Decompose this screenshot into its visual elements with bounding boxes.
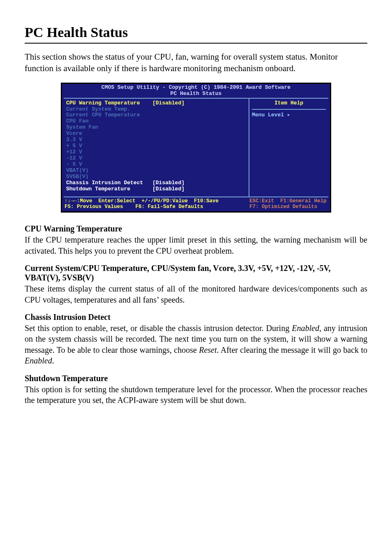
bios-setting-label: Chassis Intrusion Detect xyxy=(66,180,152,186)
bios-window: CMOS Setup Utility - Copyright (C) 1984-… xyxy=(61,83,331,213)
bios-setting-label: Current CPU Temperature xyxy=(66,112,152,118)
section-heading: Shutdown Temperature xyxy=(25,374,367,383)
bios-setting-row: Vcore xyxy=(66,131,246,137)
section-heading: Chassis Intrusion Detect xyxy=(25,312,367,322)
bios-setting-row: Current CPU Temperature xyxy=(66,112,246,118)
bios-body: CPU Warning Temperature[Disabled]Current… xyxy=(64,98,328,197)
bios-setting-row: 5VSB(V) xyxy=(66,174,246,180)
bios-setting-label: 3.3 V xyxy=(66,137,152,143)
bios-setting-row: CPU Fan xyxy=(66,118,246,125)
bios-setting-row: -12 V xyxy=(66,155,246,162)
bios-setting-value: [Disabled] xyxy=(152,180,184,186)
bios-setting-label: Shutdown Temperature xyxy=(66,186,152,192)
bios-setting-label: -12 V xyxy=(66,155,152,162)
bios-header: CMOS Setup Utility - Copyright (C) 1984-… xyxy=(62,84,330,98)
bios-header-line2: PC Health Status xyxy=(62,91,330,97)
intro-text: This section shows the status of your CP… xyxy=(25,51,367,74)
bios-setting-label: - 5 V xyxy=(66,162,152,168)
bios-setting-label: Current System Temp. xyxy=(66,106,152,113)
bios-setting-row: + 5 V xyxy=(66,143,246,149)
bios-setting-label: +12 V xyxy=(66,149,152,155)
bios-item-help-title: Item Help xyxy=(252,100,326,110)
bios-footer-left: ↑↓→←:Move Enter:Select +/-/PU/PD:Value F… xyxy=(65,198,249,210)
bios-setting-row: Shutdown Temperature[Disabled] xyxy=(66,186,246,192)
bios-setting-label: VBAT(V) xyxy=(66,168,152,174)
bios-menu-level: Menu Level ▸ xyxy=(252,112,326,118)
bios-footer-left-line1: ↑↓→←:Move Enter:Select +/-/PU/PD:Value F… xyxy=(65,198,219,204)
section-body: If the CPU temperature reaches the upper… xyxy=(25,234,367,256)
bios-setting-label: CPU Fan xyxy=(66,118,152,125)
bios-setting-row: System Fan xyxy=(66,125,246,131)
sections-container: CPU Warning TemperatureIf the CPU temper… xyxy=(25,224,367,405)
bios-header-line1: CMOS Setup Utility - Copyright (C) 1984-… xyxy=(62,85,330,91)
bios-setting-row: VBAT(V) xyxy=(66,168,246,174)
bios-setting-label: Vcore xyxy=(66,131,152,137)
section-body: Set this option to enable, reset, or dis… xyxy=(25,323,367,366)
bios-footer-left-line2: F5: Previous Values F6: Fail-Safe Defaul… xyxy=(65,204,203,210)
bios-setting-value: [Disabled] xyxy=(152,186,184,192)
section-body: This option is for setting the shutdown … xyxy=(25,384,367,406)
bios-setting-label: + 5 V xyxy=(66,143,152,149)
bios-right-pane: Item Help Menu Level ▸ xyxy=(249,99,328,197)
bios-setting-row: +12 V xyxy=(66,149,246,155)
section-body: These items display the current status o… xyxy=(25,283,367,305)
bios-setting-row: Current System Temp. xyxy=(66,106,246,113)
bios-setting-row: - 5 V xyxy=(66,162,246,168)
section-heading: Current System/CPU Temperature, CPU/Syst… xyxy=(25,264,367,282)
bios-setting-label: 5VSB(V) xyxy=(66,174,152,180)
bios-setting-row: CPU Warning Temperature[Disabled] xyxy=(66,100,246,106)
bios-screenshot: CMOS Setup Utility - Copyright (C) 1984-… xyxy=(61,83,331,213)
bios-setting-row: 3.3 V xyxy=(66,137,246,143)
bios-footer-right-line1: ESC:Exit F1:General Help xyxy=(249,198,327,204)
title-rule xyxy=(25,43,367,44)
bios-setting-label: CPU Warning Temperature xyxy=(66,100,152,106)
bios-setting-label: System Fan xyxy=(66,125,152,131)
bios-left-pane: CPU Warning Temperature[Disabled]Current… xyxy=(64,99,249,197)
bios-footer-right-line2: F7: Optimized Defaults xyxy=(249,204,317,210)
bios-setting-value: [Disabled] xyxy=(152,100,184,106)
bios-footer: ↑↓→←:Move Enter:Select +/-/PU/PD:Value F… xyxy=(62,197,330,212)
bios-footer-right: ESC:Exit F1:General Help F7: Optimized D… xyxy=(249,198,327,210)
page-title: PC Health Status xyxy=(25,25,367,40)
section-heading: CPU Warning Temperature xyxy=(25,224,367,234)
bios-setting-row: Chassis Intrusion Detect[Disabled] xyxy=(66,180,246,186)
